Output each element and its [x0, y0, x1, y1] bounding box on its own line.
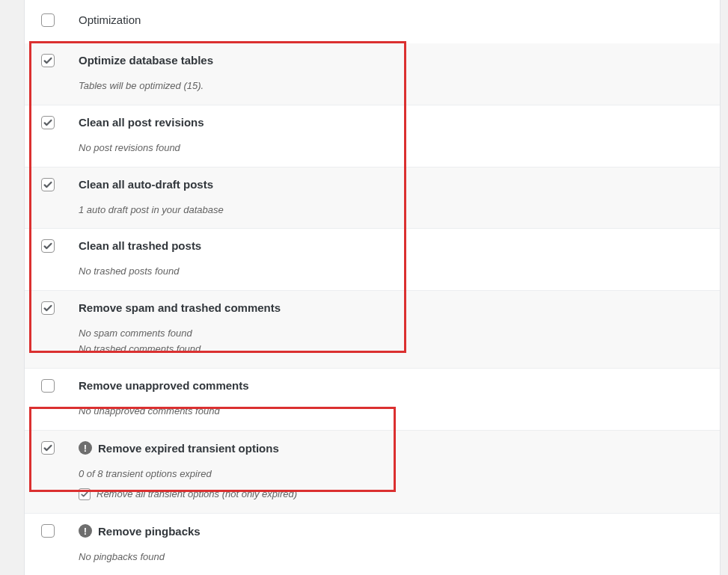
- item-title-text: Clean all trashed posts: [79, 239, 201, 252]
- sub-option: Remove all transient options (not only e…: [79, 487, 705, 502]
- item-description: No unapproved comments found: [79, 404, 705, 419]
- item-checkbox[interactable]: [41, 239, 55, 253]
- item-description: No post revisions found: [79, 141, 705, 156]
- item-checkbox[interactable]: [41, 178, 55, 191]
- item-title: Clean all auto-draft posts: [79, 178, 213, 191]
- item-title-text: Clean all auto-draft posts: [79, 178, 213, 191]
- optimization-row: Clean all post revisionsNo post revision…: [25, 105, 720, 167]
- item-title-text: Remove unapproved comments: [79, 379, 249, 392]
- item-description: Tables will be optimized (15).: [79, 79, 705, 94]
- optimization-row: !Remove expired transient options0 of 8 …: [25, 430, 720, 513]
- header-row: Optimization: [25, 0, 720, 43]
- item-title-text: Optimize database tables: [79, 54, 213, 67]
- item-description: 1 auto draft post in your database: [79, 203, 705, 218]
- item-checkbox[interactable]: [41, 116, 55, 129]
- item-title: Clean all post revisions: [79, 116, 204, 129]
- item-checkbox[interactable]: [41, 54, 55, 67]
- item-description: No trashed posts found: [79, 264, 705, 280]
- item-description: No spam comments found: [79, 326, 705, 342]
- item-checkbox[interactable]: [41, 379, 55, 393]
- sub-option-label: Remove all transient options (not only e…: [97, 487, 297, 502]
- item-checkbox[interactable]: [41, 524, 55, 538]
- optimization-row: Remove spam and trashed commentsNo spam …: [25, 290, 720, 368]
- item-title: !Remove expired transient options: [79, 441, 279, 455]
- optimization-row: Optimize database tablesTables will be o…: [25, 43, 720, 105]
- optimization-row: Clean all auto-draft posts1 auto draft p…: [25, 167, 720, 229]
- item-description: 0 of 8 transient options expired: [79, 467, 705, 482]
- item-title: Remove spam and trashed comments: [79, 301, 281, 314]
- item-title-text: Remove pingbacks: [98, 525, 201, 538]
- item-title: Clean all trashed posts: [79, 239, 201, 252]
- item-description: No trashed comments found: [79, 342, 705, 357]
- header-title: Optimization: [79, 13, 141, 26]
- item-description: No pingbacks found: [79, 550, 705, 565]
- item-title-text: Clean all post revisions: [79, 116, 204, 129]
- optimization-panel: Optimization Optimize database tablesTab…: [24, 0, 721, 575]
- item-title-text: Remove spam and trashed comments: [79, 301, 281, 314]
- optimization-row: Clean all trashed postsNo trashed posts …: [25, 228, 720, 290]
- optimization-row: Remove unapproved commentsNo unapproved …: [25, 368, 720, 430]
- warning-icon: !: [79, 524, 92, 538]
- sub-option-checkbox[interactable]: [79, 488, 91, 500]
- item-title-text: Remove expired transient options: [98, 442, 279, 455]
- warning-icon: !: [79, 441, 92, 455]
- item-title: Remove unapproved comments: [79, 379, 249, 392]
- item-checkbox[interactable]: [41, 301, 55, 315]
- select-all-checkbox[interactable]: [41, 13, 55, 27]
- item-title: !Remove pingbacks: [79, 524, 201, 538]
- item-checkbox[interactable]: [41, 441, 55, 455]
- item-title: Optimize database tables: [79, 54, 213, 67]
- optimization-row: !Remove pingbacksNo pingbacks found: [25, 513, 720, 575]
